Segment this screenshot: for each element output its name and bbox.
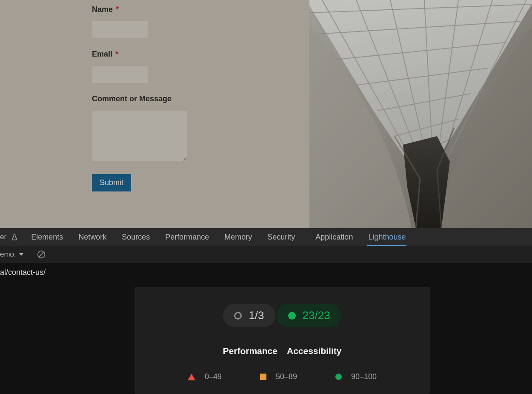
triangle-red-icon <box>188 374 195 380</box>
url-bar: al/contact-us/ <box>0 263 532 282</box>
tab-performance[interactable]: Performance <box>157 228 217 246</box>
page-preview: Name * Email * Comment or Message Submit <box>0 0 532 228</box>
tab-truncated-left[interactable]: er <box>0 228 23 246</box>
tab-sources[interactable]: Sources <box>114 228 157 246</box>
tab-truncated-text: er <box>0 233 6 241</box>
contact-form: Name * Email * Comment or Message Submit <box>92 5 305 191</box>
clear-icon <box>37 250 46 259</box>
chevron-down-icon <box>19 252 24 257</box>
name-input[interactable] <box>92 21 148 39</box>
form-group-comment: Comment or Message <box>92 94 305 163</box>
tab-application[interactable]: Application <box>308 228 360 246</box>
lighthouse-card: 1/3 23/23 Performance Accessibility 0–49 <box>134 287 430 394</box>
score-pill-pending[interactable]: 1/3 <box>223 304 275 327</box>
score-legend: 0–49 50–89 90–100 <box>134 372 430 381</box>
email-label: Email * <box>92 50 305 59</box>
tab-network[interactable]: Network <box>71 228 114 246</box>
tab-lighthouse[interactable]: Lighthouse <box>360 228 413 246</box>
comment-label: Comment or Message <box>92 94 305 103</box>
circle-filled-icon <box>288 312 296 320</box>
dot-green-icon <box>335 374 342 380</box>
legend-mid-text: 50–89 <box>276 372 297 381</box>
category-performance[interactable]: Performance <box>223 346 277 356</box>
url-text: al/contact-us/ <box>0 268 46 277</box>
submit-button[interactable]: Submit <box>92 174 131 191</box>
email-input[interactable] <box>92 66 148 83</box>
lighthouse-body: 1/3 23/23 Performance Accessibility 0–49 <box>0 282 532 394</box>
category-row: Performance Accessibility <box>134 346 430 356</box>
legend-high-text: 90–100 <box>351 372 377 381</box>
score-pill-pending-text: 1/3 <box>249 309 264 322</box>
name-label-text: Name <box>92 5 113 14</box>
legend-low: 0–49 <box>188 372 222 381</box>
score-pill-passed-text: 23/23 <box>303 309 330 322</box>
legend-low-text: 0–49 <box>205 372 222 381</box>
score-pill-passed[interactable]: 23/23 <box>277 304 341 327</box>
hero-image <box>309 0 532 228</box>
legend-mid: 50–89 <box>260 372 297 381</box>
devtools-subbar: emo. <box>0 246 532 263</box>
email-label-text: Email <box>92 50 112 58</box>
tab-elements[interactable]: Elements <box>23 228 71 246</box>
required-mark: * <box>116 5 119 14</box>
devtools-tabs: er Elements Network Sources Performance … <box>0 228 532 246</box>
legend-high: 90–100 <box>335 372 377 381</box>
experiments-icon <box>11 233 18 241</box>
circle-open-icon <box>234 312 242 320</box>
tab-security[interactable]: Security <box>260 228 303 246</box>
tab-memory[interactable]: Memory <box>217 228 260 246</box>
form-group-name: Name * <box>92 5 305 39</box>
score-pill-row: 1/3 23/23 <box>134 304 430 327</box>
square-orange-icon <box>260 374 266 380</box>
report-dropdown-text: emo. <box>0 250 16 259</box>
report-dropdown[interactable]: emo. <box>0 250 24 259</box>
devtools-panel: er Elements Network Sources Performance … <box>0 228 532 394</box>
clear-button[interactable] <box>36 249 47 260</box>
form-group-email: Email * <box>92 50 305 83</box>
category-accessibility[interactable]: Accessibility <box>287 346 341 356</box>
name-label: Name * <box>92 5 305 14</box>
required-mark: * <box>115 50 118 58</box>
svg-line-16 <box>39 252 43 257</box>
comment-textarea[interactable] <box>92 110 187 161</box>
